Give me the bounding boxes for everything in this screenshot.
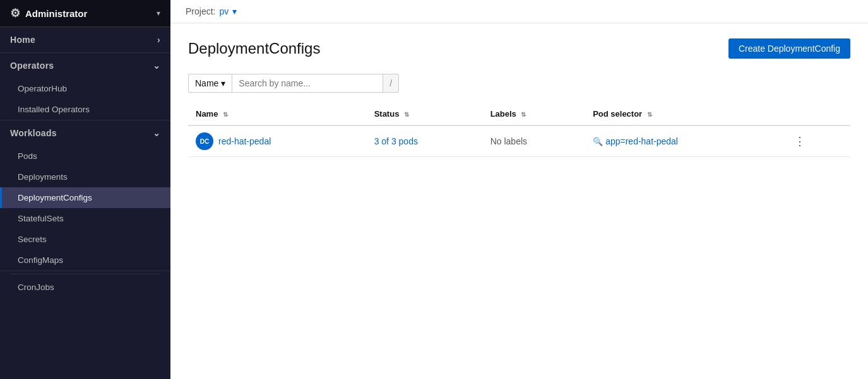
page-header: DeploymentConfigs Create DeploymentConfi… (188, 38, 850, 59)
admin-chevron-icon: ▾ (157, 9, 160, 18)
sidebar-item-deployments[interactable]: Deployments (0, 166, 170, 187)
create-deploymentconfig-button[interactable]: Create DeploymentConfig (728, 38, 850, 59)
sidebar-item-configmaps[interactable]: ConfigMaps (0, 250, 170, 271)
deploymentconfigs-table: Name ⇅ Status ⇅ Labels ⇅ Pod selector ⇅ (188, 103, 850, 157)
filter-label: Name (195, 78, 218, 88)
sidebar-operators-header[interactable]: Operators ⌄ (0, 53, 170, 78)
gear-icon: ⚙ (10, 6, 20, 20)
pod-selector-sort-icon: ⇅ (647, 112, 652, 118)
sidebar: ⚙ Administrator ▾ Home › Operators ⌄ Ope… (0, 0, 170, 379)
col-labels[interactable]: Labels ⇅ (483, 103, 586, 125)
sidebar-item-operatorhub[interactable]: OperatorHub (0, 78, 170, 99)
sidebar-divider (10, 274, 160, 274)
workloads-chevron-icon: ⌄ (153, 128, 160, 138)
admin-header[interactable]: ⚙ Administrator ▾ (0, 0, 170, 27)
sidebar-item-cronjobs[interactable]: CronJobs (0, 277, 170, 298)
filter-chevron-icon: ▾ (221, 78, 225, 88)
sidebar-item-secrets[interactable]: Secrets (0, 229, 170, 250)
name-sort-icon: ⇅ (223, 112, 228, 118)
sidebar-section-workloads: Workloads ⌄ Pods Deployments DeploymentC… (0, 120, 170, 271)
main-content: Project: pv ▾ DeploymentConfigs Create D… (170, 0, 868, 379)
col-pod-selector[interactable]: Pod selector ⇅ (585, 103, 783, 125)
project-chevron-icon: ▾ (232, 6, 237, 16)
page-title: DeploymentConfigs (188, 40, 320, 57)
sidebar-section-home: Home › (0, 27, 170, 53)
sidebar-item-installed-operators[interactable]: Installed Operators (0, 99, 170, 120)
deploymentconfig-name-link[interactable]: red-hat-pedal (218, 136, 271, 146)
col-name[interactable]: Name ⇅ (188, 103, 367, 125)
sidebar-item-deploymentconfigs[interactable]: DeploymentConfigs (0, 187, 170, 208)
search-suffix: / (383, 74, 399, 93)
status-cell: 3 of 3 pods (367, 125, 483, 157)
sidebar-section-operators: Operators ⌄ OperatorHub Installed Operat… (0, 53, 170, 120)
col-actions (783, 103, 850, 125)
pod-selector-cell: 🔍 app=red-hat-pedal (585, 125, 783, 157)
actions-cell: ⋮ (783, 125, 850, 157)
home-label: Home (10, 35, 35, 45)
col-status[interactable]: Status ⇅ (367, 103, 483, 125)
workloads-label: Workloads (10, 128, 57, 138)
sidebar-item-home[interactable]: Home › (0, 27, 170, 52)
status-sort-icon: ⇅ (404, 112, 409, 118)
search-input[interactable] (232, 74, 383, 93)
table-row: DC red-hat-pedal 3 of 3 pods No labels 🔍 (188, 125, 850, 157)
name-cell: DC red-hat-pedal (188, 125, 367, 157)
labels-value: No labels (490, 136, 527, 146)
kebab-menu-button[interactable]: ⋮ (790, 133, 809, 149)
admin-label: Administrator (25, 8, 87, 19)
filter-bar: Name ▾ / (188, 74, 850, 93)
labels-cell: No labels (483, 125, 586, 157)
status-pods-link[interactable]: 3 of 3 pods (374, 136, 418, 146)
filter-dropdown[interactable]: Name ▾ (188, 74, 232, 93)
table-header-row: Name ⇅ Status ⇅ Labels ⇅ Pod selector ⇅ (188, 103, 850, 125)
labels-sort-icon: ⇅ (521, 112, 526, 118)
project-label: Project: (186, 6, 215, 16)
home-chevron-icon: › (157, 35, 160, 45)
operators-label: Operators (10, 61, 54, 71)
pod-selector-link[interactable]: app=red-hat-pedal (605, 136, 678, 146)
content-area: DeploymentConfigs Create DeploymentConfi… (170, 23, 868, 379)
sidebar-item-statefulsets[interactable]: StatefulSets (0, 208, 170, 229)
top-bar: Project: pv ▾ (170, 0, 868, 23)
dc-badge: DC (196, 132, 213, 150)
sidebar-item-pods[interactable]: Pods (0, 146, 170, 166)
sidebar-workloads-header[interactable]: Workloads ⌄ (0, 120, 170, 146)
pod-selector-search-icon: 🔍 (593, 137, 603, 146)
project-name: pv (219, 6, 229, 16)
operators-chevron-icon: ⌄ (153, 61, 160, 71)
project-selector[interactable]: Project: pv ▾ (186, 6, 237, 16)
